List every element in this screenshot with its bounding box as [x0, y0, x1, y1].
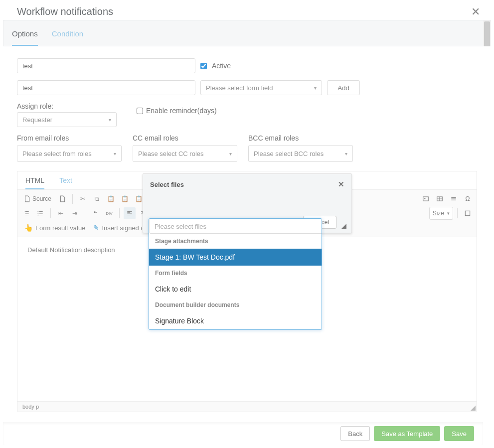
dropdown-item[interactable]: Click to edit — [149, 281, 322, 298]
dropdown-group-header: Stage attachments — [149, 234, 322, 249]
notification-name-input[interactable] — [17, 58, 195, 73]
bullet-list-icon[interactable] — [34, 207, 46, 219]
svg-text:1: 1 — [23, 211, 24, 213]
tab-condition[interactable]: Condition — [52, 29, 83, 46]
dropdown-item[interactable]: Signature Block — [149, 312, 322, 329]
resize-handle-icon[interactable] — [471, 406, 476, 411]
active-checkbox[interactable] — [200, 63, 207, 69]
tab-options[interactable]: Options — [12, 29, 38, 46]
paste-icon[interactable]: 📋 — [105, 193, 117, 205]
cut-icon[interactable]: ✂ — [77, 193, 89, 205]
dropdown-group-header: Form fields — [149, 266, 322, 281]
assign-role-label: Assign role: — [17, 102, 117, 110]
chevron-down-icon: ▾ — [314, 85, 317, 91]
modal-header: Workflow notifications ✕ — [0, 0, 494, 22]
image-icon[interactable] — [420, 193, 432, 205]
from-roles-select[interactable]: Please select from roles ▾ — [17, 145, 122, 162]
outdent-icon[interactable]: ⇤ — [55, 207, 67, 219]
chevron-down-icon: ▾ — [114, 151, 116, 156]
chevron-down-icon: ▾ — [447, 211, 450, 216]
modal-title: Workflow notifications — [17, 6, 113, 17]
cc-roles-placeholder: Please select CC roles — [138, 150, 204, 157]
popup-close-icon[interactable]: ✕ — [338, 180, 344, 189]
form-field-select[interactable]: Please select form field ▾ — [200, 80, 322, 95]
editor-path: body p — [17, 402, 477, 412]
svg-point-1 — [424, 198, 425, 199]
cc-roles-label: CC email roles — [133, 134, 237, 142]
close-icon[interactable]: ✕ — [471, 6, 480, 17]
form-result-value-button[interactable]: 👆 Form result value — [24, 224, 85, 232]
svg-point-6 — [37, 215, 38, 216]
assign-role-value: Requester — [22, 116, 52, 124]
subject-input[interactable] — [17, 80, 195, 95]
chevron-down-icon: ▾ — [109, 117, 111, 123]
subject-row: Please select form field ▾ Add — [17, 80, 477, 95]
email-roles-row: From email roles Please select from role… — [17, 134, 477, 162]
modal-footer: Back Save as Template Save — [3, 422, 483, 445]
back-button[interactable]: Back — [340, 426, 370, 441]
tab-bar: Options Condition — [3, 20, 491, 46]
source-button[interactable]: Source — [20, 193, 54, 205]
name-row: Active — [17, 58, 477, 73]
svg-rect-7 — [465, 211, 470, 215]
chevron-down-icon: ▾ — [345, 151, 347, 156]
div-icon[interactable]: DIV — [103, 207, 115, 219]
assign-role-row: Assign role: Requester ▾ Enable reminder… — [17, 102, 477, 127]
signature-icon: ✎ — [93, 224, 99, 232]
dropdown-item[interactable]: Stage 1: BW Test Doc.pdf — [149, 249, 322, 266]
svg-point-5 — [37, 213, 38, 214]
numbered-list-icon[interactable]: 1 — [20, 207, 32, 219]
new-page-icon[interactable] — [56, 193, 68, 205]
document-icon — [23, 195, 30, 202]
blockquote-icon[interactable]: ❝ — [89, 207, 101, 219]
indent-icon[interactable]: ⇥ — [69, 207, 81, 219]
table-icon[interactable] — [434, 193, 446, 205]
files-dropdown-search[interactable] — [149, 219, 322, 234]
special-char-icon[interactable]: Ω — [462, 193, 474, 205]
copy-icon[interactable]: ⧉ — [91, 193, 103, 205]
align-left-icon[interactable] — [124, 207, 136, 219]
size-select[interactable]: Size ▾ — [429, 207, 453, 220]
show-blocks-icon[interactable] — [462, 207, 474, 219]
insert-signed-doc-button[interactable]: ✎ Insert signed d — [93, 224, 144, 232]
insert-icon: 👆 — [24, 224, 33, 232]
cc-roles-select[interactable]: Please select CC roles ▾ — [133, 145, 237, 162]
hr-icon[interactable] — [448, 193, 460, 205]
active-label: Active — [212, 62, 231, 70]
save-button[interactable]: Save — [444, 426, 474, 441]
enable-reminder-label: Enable reminder(days) — [146, 107, 217, 115]
from-roles-placeholder: Please select from roles — [22, 150, 92, 157]
from-roles-label: From email roles — [17, 134, 122, 142]
dropdown-group-header: Document builder documents — [149, 298, 322, 312]
assign-role-select[interactable]: Requester ▾ — [17, 112, 117, 127]
chevron-down-icon: ▾ — [229, 151, 232, 156]
svg-point-4 — [37, 211, 38, 212]
form-field-placeholder: Please select form field — [206, 84, 273, 92]
popup-title: Select files — [150, 181, 184, 188]
files-dropdown: Stage attachmentsStage 1: BW Test Doc.pd… — [149, 218, 322, 330]
bcc-roles-label: BCC email roles — [248, 134, 353, 142]
svg-rect-0 — [423, 197, 429, 201]
bcc-roles-select[interactable]: Please select BCC roles ▾ — [248, 145, 353, 162]
save-as-template-button[interactable]: Save as Template — [374, 426, 440, 441]
editor-tab-text[interactable]: Text — [59, 176, 72, 189]
enable-reminder-checkbox[interactable] — [137, 108, 143, 114]
paste-text-icon[interactable]: 📋 — [119, 193, 131, 205]
editor-tab-html[interactable]: HTML — [25, 176, 44, 189]
workflow-notifications-modal: Workflow notifications ✕ ▾ Options Condi… — [0, 0, 494, 448]
bcc-roles-placeholder: Please select BCC roles — [254, 150, 324, 157]
add-button[interactable]: Add — [327, 80, 360, 95]
popup-resize-handle-icon[interactable] — [341, 224, 346, 229]
